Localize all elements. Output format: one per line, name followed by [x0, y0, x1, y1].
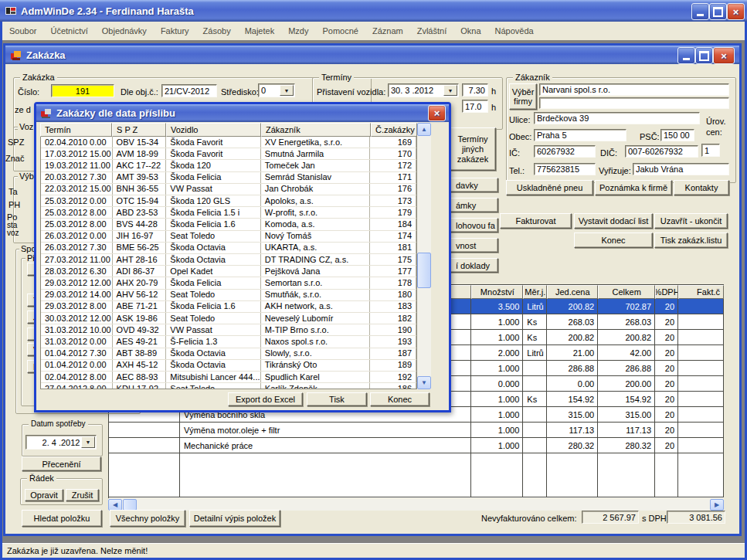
dialog-table-row[interactable]: 31.03.2012 10.00OVD 49-32VW PassatM-TIP … — [41, 324, 416, 336]
scroll-left-icon[interactable]: ◀ — [108, 499, 122, 511]
dialog-table-row[interactable]: 25.03.2012 0.00OTC 15-94Škoda 120 GLSApo… — [41, 195, 416, 207]
dic-field[interactable]: 007-60267932 — [625, 145, 698, 158]
items-column-header[interactable]: Jed.cena — [547, 285, 598, 299]
dialog-table-row[interactable]: 22.03.2012 15.00BNH 36-55VW PassatJan Ch… — [41, 184, 416, 195]
uskladnene-pneu-button[interactable]: Uskladněné pneu — [506, 180, 593, 195]
dialog-table-row[interactable]: 19.03.2012 11.00AKC 17--22Škoda 120Tomeč… — [41, 160, 416, 171]
pristaveni-time-field[interactable]: 7.30 — [462, 83, 488, 97]
menu-item[interactable]: Objednávky — [95, 26, 154, 36]
dialog-table-row[interactable]: 29.03.2012 12.00AHX 20-79Škoda FeliciaSe… — [41, 277, 416, 289]
detailni-vypis-button[interactable]: Detailní výpis položek — [189, 510, 280, 527]
cislo-field[interactable]: 191 — [51, 84, 114, 97]
dialog-table-row[interactable]: 27.04.2012 8.00KDH 17-92Seat ToledoKarlí… — [41, 383, 416, 389]
export-do-excel-button[interactable]: Export do Excel — [228, 392, 303, 406]
dialog-table-row[interactable]: 26.03.2012 7.30BME 56-25Škoda OctaviaUKA… — [41, 243, 416, 254]
dialog-table-row[interactable]: 29.03.2012 14.00AHV 56-12Seat ToledoSmut… — [41, 290, 416, 301]
dialog-column-header[interactable]: Termín — [40, 123, 112, 137]
menu-item[interactable]: Pomocné — [315, 26, 365, 36]
menu-item[interactable]: Zvláštní — [410, 26, 454, 36]
menu-item[interactable]: Mzdy — [281, 26, 315, 36]
konec-button[interactable]: Konec — [574, 232, 653, 248]
psc-field[interactable]: 150 00 — [660, 129, 694, 141]
uzavrit-ukoncit-button[interactable]: Uzavřít - ukončit — [654, 213, 728, 229]
dialog-column-header[interactable]: Zákazník — [261, 123, 371, 137]
menu-item[interactable]: Nápověda — [488, 26, 541, 36]
stredisko-combo[interactable]: 0 ▼ — [258, 83, 295, 97]
pristaveni-date-combo[interactable]: 30. 3 .2012 ▼ — [388, 83, 459, 97]
dialog-table-row[interactable]: 01.04.2012 0.00AXH 45-12Škoda OctaviaTik… — [41, 360, 416, 372]
hledat-polozku-button[interactable]: Hledat položku — [22, 510, 102, 527]
dialog-vscrollbar[interactable]: ▲ ▼ — [417, 123, 431, 389]
vsechny-polozky-button[interactable]: Všechny položky — [110, 510, 185, 527]
opravit-button[interactable]: Opravit — [25, 489, 63, 501]
time2-field[interactable]: 17.0 — [462, 100, 488, 113]
menu-item[interactable]: Faktury — [154, 26, 196, 36]
menu-item[interactable]: Majetek — [238, 26, 282, 36]
vystavit-dodaci-list-button[interactable]: Vystavit dodací list — [574, 213, 653, 229]
items-table-row[interactable] — [109, 453, 724, 497]
dialog-table-row[interactable]: 29.03.2012 8.00ABE 71-21Škoda Felicia 1.… — [41, 301, 416, 313]
items-column-header[interactable]: Fakt.č — [678, 285, 724, 299]
customer-name2-field[interactable] — [539, 97, 729, 109]
poznamka-k-firme-button[interactable]: Poznámka k firmě — [595, 180, 672, 195]
preceneni-button[interactable]: Přecenění — [22, 456, 101, 471]
items-column-header[interactable]: Měr.j. — [523, 285, 547, 299]
scroll-down-icon[interactable]: ▼ — [417, 376, 431, 389]
items-column-header[interactable]: %DPH — [655, 285, 678, 299]
dialog-konec-button[interactable]: Konec — [370, 392, 430, 406]
child-maximize-button[interactable] — [695, 47, 713, 64]
dialog-table-row[interactable]: 25.03.2012 8.00ABD 23-53Škoda Felicia 1.… — [41, 207, 416, 219]
dialog-table-row[interactable]: 20.03.2012 7.30AMT 39-53Škoda FeliciaSem… — [41, 172, 416, 184]
hscroll-thumb[interactable] — [123, 499, 137, 511]
chevron-down-icon[interactable]: ▼ — [280, 85, 294, 96]
dialog-column-header[interactable]: Vozidlo — [166, 123, 261, 137]
dle-obj-field[interactable]: 21/CV-2012 — [161, 84, 217, 97]
ic-field[interactable]: 60267932 — [534, 145, 596, 158]
close-button[interactable]: × — [727, 3, 745, 20]
items-hscrollbar[interactable]: ◀ ▶ — [108, 499, 724, 511]
menu-item[interactable]: Záznam — [365, 26, 410, 36]
maximize-button[interactable] — [709, 3, 727, 20]
dialog-table-row[interactable]: 28.03.2012 6.30ADI 86-37Opel KadetPejško… — [41, 266, 416, 277]
dialog-table-row[interactable]: 01.04.2012 7.30ABT 38-89Škoda OctaviaSlo… — [41, 348, 416, 360]
dialog-table-row[interactable]: 17.03.2012 15.00AVM 18-99Škoda FavoritSm… — [41, 148, 416, 160]
dialog-table-row[interactable]: 25.03.2012 8.00BVS 44-28Škoda Felicia 1.… — [41, 219, 416, 230]
child-minimize-button[interactable] — [677, 47, 695, 64]
zrusit-button[interactable]: Zrušit — [66, 489, 99, 501]
datum-spotreby-combo[interactable]: 2. 4 .2012 ▼ — [25, 435, 97, 450]
dialog-table-row[interactable]: 31.03.2012 0.00AES 49-21Š-Felicia 1.3Nax… — [41, 336, 416, 348]
kontakty-button[interactable]: Kontakty — [674, 180, 729, 195]
items-column-header[interactable]: Množství — [471, 285, 523, 299]
dialog-table-row[interactable]: 30.03.2012 12.00ASK 19-86Seat ToledoNeve… — [41, 313, 416, 324]
menu-item[interactable]: Zásoby — [196, 26, 238, 36]
obec-field[interactable]: Praha 5 — [534, 129, 626, 141]
tel-field[interactable]: 775623815 — [534, 163, 596, 175]
vyrizuje-field[interactable]: Jakub Vrána — [633, 163, 729, 175]
items-column-header[interactable]: Celkem — [598, 285, 655, 299]
items-table-row[interactable]: Výměna motor.oleje + filtr1.000117.13117… — [109, 423, 724, 438]
chevron-down-icon[interactable]: ▼ — [81, 436, 95, 448]
urov-cen-field[interactable]: 1 — [701, 144, 720, 157]
dialog-table-row[interactable]: 27.03.2012 11.00AHT 28-16Škoda OctaviaDT… — [41, 254, 416, 266]
scroll-up-icon[interactable]: ▲ — [417, 123, 431, 136]
ulice-field[interactable]: Brdečkova 39 — [534, 112, 700, 124]
chevron-down-icon[interactable]: ▼ — [443, 85, 457, 96]
menu-item[interactable]: Soubor — [2, 26, 43, 36]
vscroll-thumb[interactable] — [417, 253, 431, 288]
fakturovat-button[interactable]: Fakturovat — [500, 213, 572, 229]
dialog-table-row[interactable]: 02.04.2012 8.00AEC 88-93Mitsubishi Lance… — [41, 372, 416, 383]
items-table-row[interactable]: Mechanické práce1.000280.32280.3220 — [109, 438, 724, 453]
menu-item[interactable]: Okna — [453, 26, 487, 36]
menu-item[interactable]: Účetnictví — [43, 26, 94, 36]
dialog-column-header[interactable]: Č.zakázky — [371, 123, 417, 137]
scroll-right-icon[interactable]: ▶ — [710, 499, 724, 511]
dialog-table-row[interactable]: 02.04.2010 0.00OBV 15-34Škoda FavoritXV … — [41, 137, 416, 148]
dialog-column-header[interactable]: S P Z — [112, 123, 166, 137]
child-close-button[interactable]: × — [713, 47, 735, 64]
dialog-table-row[interactable]: 26.03.2012 0.00JIH 16-97Seat ToledoNový … — [41, 231, 416, 243]
dialog-tisk-button[interactable]: Tisk — [307, 392, 367, 406]
dialog-close-button[interactable]: × — [428, 105, 446, 121]
customer-name-field[interactable]: Narvani spol.s r.o. — [539, 83, 729, 96]
minimize-button[interactable] — [691, 3, 709, 20]
vyber-firmy-button[interactable]: Výběr firmy — [509, 83, 537, 110]
